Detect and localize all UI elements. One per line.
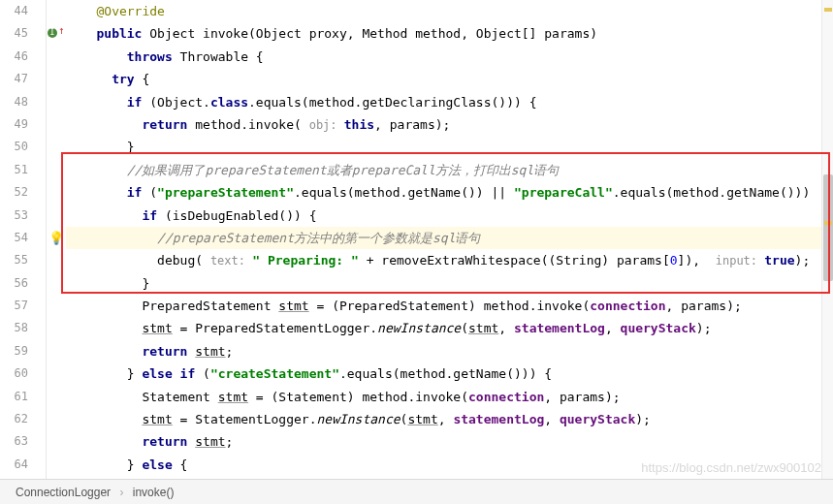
annotation: @Override bbox=[96, 4, 164, 18]
scrollbar-warning-mark[interactable] bbox=[824, 221, 832, 225]
override-icon[interactable]: I bbox=[48, 28, 57, 38]
line-number: 61 bbox=[0, 386, 46, 408]
line-number: 46 bbox=[0, 46, 46, 68]
line-number: 47 bbox=[0, 68, 46, 90]
comment: //prepareStatement方法中的第一个参数就是sql语句 bbox=[157, 231, 480, 245]
highlighted-line: //prepareStatement方法中的第一个参数就是sql语句 bbox=[66, 227, 833, 249]
line-number: 45 bbox=[0, 22, 46, 45]
line-number: 59 bbox=[0, 340, 46, 362]
comment: //如果调用了prepareStatement或者prepareCall方法，打… bbox=[127, 163, 559, 177]
line-number: 57 bbox=[0, 295, 46, 317]
line-number: 64 bbox=[0, 454, 46, 476]
line-number: 55 bbox=[0, 249, 46, 271]
line-number: 54 bbox=[0, 227, 46, 249]
scrollbar-thumb[interactable] bbox=[823, 174, 833, 281]
breadcrumb-item[interactable]: ConnectionLogger bbox=[16, 486, 111, 499]
vertical-scrollbar[interactable] bbox=[821, 0, 833, 479]
line-number: 60 bbox=[0, 362, 46, 385]
line-number: 62 bbox=[0, 408, 46, 430]
line-number-gutter: 44 45 46 47 48 49 50 51 52 53 54 55 56 5… bbox=[0, 0, 47, 479]
line-number: 50 bbox=[0, 136, 46, 158]
implements-arrow-icon[interactable]: ↑ bbox=[58, 24, 65, 37]
code-editor[interactable]: @Override public Object invoke(Object pr… bbox=[66, 0, 833, 479]
line-number: 53 bbox=[0, 205, 46, 227]
param-hint: input: bbox=[716, 254, 765, 268]
breadcrumb-separator: › bbox=[119, 486, 123, 499]
breadcrumb-item[interactable]: invoke() bbox=[133, 486, 175, 499]
line-number: 51 bbox=[0, 159, 46, 181]
breadcrumb-bar: ConnectionLogger › invoke() bbox=[0, 479, 833, 504]
line-number: 44 bbox=[0, 0, 46, 22]
editor-container: 44 45 46 47 48 49 50 51 52 53 54 55 56 5… bbox=[0, 0, 833, 479]
line-number: 48 bbox=[0, 91, 46, 113]
param-hint: obj: bbox=[309, 118, 344, 132]
param-hint: text: bbox=[210, 254, 252, 268]
gutter-marker-column: I↑ 💡 bbox=[47, 0, 66, 479]
line-number: 52 bbox=[0, 181, 46, 204]
line-number: 56 bbox=[0, 272, 46, 295]
line-number: 58 bbox=[0, 317, 46, 339]
lightbulb-icon[interactable]: 💡 bbox=[48, 231, 64, 245]
scrollbar-warning-mark[interactable] bbox=[824, 8, 832, 12]
line-number: 49 bbox=[0, 113, 46, 136]
line-number: 63 bbox=[0, 430, 46, 453]
